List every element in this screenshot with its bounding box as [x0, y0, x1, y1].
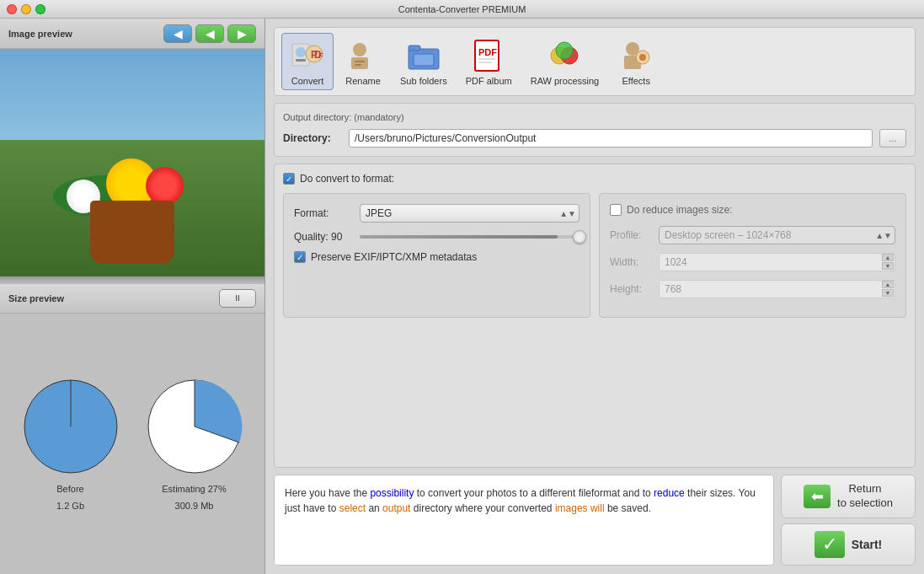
format-label: Format: — [294, 207, 353, 219]
toolbar-item-effects[interactable]: Effects — [610, 33, 662, 90]
output-directory-section: Output directory: (mandatory) Directory:… — [274, 103, 916, 157]
reduce-images-checkbox-row: Do reduce images size: — [610, 204, 895, 216]
toolbar-pdf-label: PDF album — [466, 76, 512, 86]
convert-format-checkbox[interactable]: ✓ — [283, 173, 295, 185]
return-text: Returnto selection — [837, 482, 893, 511]
toolbar-item-rename[interactable]: Rename — [337, 33, 389, 90]
nav-button-green-left[interactable]: ◀ — [195, 24, 224, 43]
start-button[interactable]: ✓ Start! — [781, 523, 916, 566]
nav-button-blue-left[interactable]: ◀ — [163, 24, 192, 43]
start-text: Start! — [852, 538, 883, 551]
info-text-reduce: reduce — [654, 487, 685, 499]
convert-format-section: ✓ Do convert to format: Format: JPEG PNG… — [274, 164, 916, 468]
toolbar-item-pdf[interactable]: PDF PDF album — [458, 33, 520, 90]
svg-rect-15 — [355, 64, 361, 66]
preserve-metadata-label: Preserve EXIF/IPTC/XMP metadatas — [311, 251, 477, 263]
close-button[interactable] — [7, 4, 17, 14]
svg-point-12 — [353, 43, 366, 56]
return-arrow-icon: ⬅ — [804, 485, 831, 508]
profile-select-wrapper: Desktop screen – 1024×768 Mobile – 640×4… — [659, 226, 895, 244]
effects-icon — [617, 37, 654, 74]
convert-icon: P D F — [289, 37, 326, 74]
estimating-label: Estimating 27% — [162, 484, 226, 494]
reduce-images-checkbox[interactable] — [610, 204, 622, 216]
size-preview-header: Size preview ⏸ — [0, 283, 264, 314]
width-up-button[interactable]: ▲ — [882, 254, 894, 261]
height-row: Height: ▲ ▼ — [610, 280, 895, 298]
width-label: Width: — [610, 256, 652, 268]
svg-rect-22 — [478, 62, 492, 63]
directory-label: Directory: — [283, 132, 342, 144]
format-row: Format: JPEG PNG TIFF GIF BMP WebP ▲▼ — [294, 204, 580, 223]
height-up-button[interactable]: ▲ — [882, 281, 894, 288]
return-to-selection-button[interactable]: ⬅ Returnto selection — [781, 475, 916, 518]
convert-left-panel: Format: JPEG PNG TIFF GIF BMP WebP ▲▼ — [283, 193, 590, 318]
toolbar-effects-label: Effects — [622, 76, 649, 86]
format-select-wrapper: JPEG PNG TIFF GIF BMP WebP ▲▼ — [360, 204, 580, 223]
svg-point-6 — [296, 47, 306, 57]
height-input-wrapper: ▲ ▼ — [659, 280, 895, 298]
toolbar-item-subfolders[interactable]: Sub folders — [393, 33, 455, 90]
info-text-select: select — [339, 502, 366, 514]
toolbar-convert-label: Convert — [291, 76, 324, 86]
bottom-section: Here you have the possibility to convert… — [274, 475, 916, 566]
before-size: 1.2 Gb — [56, 501, 84, 511]
image-preview-label: Image preview — [8, 29, 72, 39]
height-input[interactable] — [659, 280, 895, 298]
directory-row: Directory: ... — [283, 129, 906, 148]
profile-select[interactable]: Desktop screen – 1024×768 Mobile – 640×4… — [659, 226, 895, 244]
preserve-metadata-checkbox[interactable]: ✓ — [294, 251, 306, 263]
height-down-button[interactable]: ▼ — [882, 289, 894, 297]
pause-button[interactable]: ⏸ — [219, 289, 256, 308]
titlebar: Contenta-Converter PREMIUM — [0, 0, 924, 19]
flower-pot — [90, 201, 174, 264]
size-preview-area: Before 1.2 Gb Estimating 27% 300.9 Mb — [0, 314, 264, 575]
window-title: Contenta-Converter PREMIUM — [398, 4, 526, 14]
directory-input[interactable] — [349, 129, 873, 148]
browse-button[interactable]: ... — [879, 129, 906, 148]
svg-rect-18 — [414, 54, 434, 66]
main-layout: Image preview ◀ ◀ ▶ Size preview — [0, 19, 924, 574]
width-down-button[interactable]: ▼ — [882, 262, 894, 270]
quality-slider-thumb[interactable] — [573, 230, 586, 244]
sky-background — [0, 49, 264, 140]
info-text-part4: an — [366, 502, 382, 514]
info-text-part7: be saved. — [605, 502, 651, 514]
info-text-part1: Here you have the — [285, 487, 370, 499]
before-chart-container: Before 1.2 Gb — [20, 376, 121, 511]
toolbar-item-raw[interactable]: RAW processing — [523, 33, 607, 90]
nav-button-green-right[interactable]: ▶ — [227, 24, 256, 43]
flower-red — [146, 167, 184, 205]
info-text-possibility: possibility — [370, 487, 414, 499]
quality-slider-track — [360, 235, 580, 239]
subfolders-icon — [405, 37, 442, 74]
maximize-button[interactable] — [35, 4, 45, 14]
svg-rect-17 — [409, 46, 420, 51]
titlebar-buttons — [7, 4, 45, 14]
left-panel: Image preview ◀ ◀ ▶ Size preview — [0, 19, 265, 574]
preserve-metadata-row: ✓ Preserve EXIF/IPTC/XMP metadatas — [294, 251, 580, 263]
right-panel: P D F Convert Rename — [265, 19, 924, 574]
toolbar-item-convert[interactable]: P D F Convert — [281, 33, 334, 90]
panel-divider[interactable] — [0, 276, 264, 283]
format-select[interactable]: JPEG PNG TIFF GIF BMP WebP — [360, 204, 580, 223]
toolbar: P D F Convert Rename — [274, 27, 916, 96]
size-preview-label: Size preview — [8, 293, 64, 303]
height-stepper: ▲ ▼ — [882, 281, 894, 297]
estimating-size: 300.9 Mb — [175, 501, 214, 511]
toolbar-raw-label: RAW processing — [531, 76, 600, 86]
nav-buttons: ◀ ◀ ▶ — [163, 24, 256, 43]
width-input[interactable] — [659, 253, 895, 271]
width-stepper: ▲ ▼ — [882, 254, 894, 270]
after-chart-container: Estimating 27% 300.9 Mb — [144, 376, 245, 511]
minimize-button[interactable] — [21, 4, 31, 14]
info-box: Here you have the possibility to convert… — [274, 475, 774, 566]
before-label: Before — [56, 484, 83, 494]
svg-point-25 — [556, 42, 573, 59]
quality-slider-container — [360, 235, 580, 239]
svg-rect-21 — [478, 58, 495, 60]
width-row: Width: ▲ ▼ — [610, 253, 895, 271]
toolbar-rename-label: Rename — [345, 76, 381, 86]
svg-text:PDF: PDF — [478, 47, 497, 57]
toolbar-subfolders-label: Sub folders — [400, 76, 447, 86]
